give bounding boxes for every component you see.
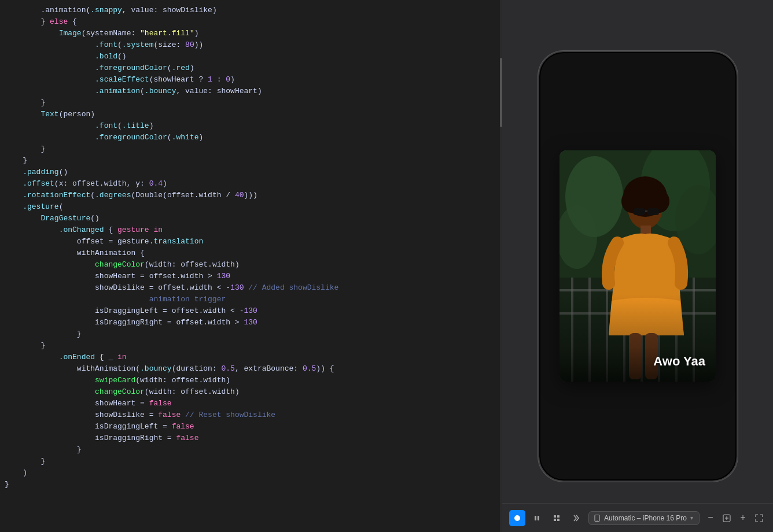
- svg-rect-30: [538, 516, 539, 520]
- zoom-plus-button[interactable]: +: [736, 511, 750, 525]
- zoom-minus-button[interactable]: −: [704, 511, 717, 525]
- code-line: }: [5, 444, 502, 456]
- code-line: isDraggingRight = offset.width > 130: [5, 317, 502, 328]
- code-line: ): [5, 467, 502, 479]
- code-line: .rotationEffect(.degrees(Double(offset.w…: [5, 190, 502, 201]
- code-line: showDislike = offset.width < -130 // Add…: [5, 282, 502, 294]
- code-line: } else {: [5, 16, 502, 28]
- svg-rect-29: [535, 516, 536, 520]
- code-editor: .animation(.snappy, value: showDislike) …: [0, 0, 502, 532]
- code-line: .onEnded { _ in: [5, 352, 502, 363]
- code-line: showHeart = false: [5, 398, 502, 409]
- code-line: .font(.title): [5, 120, 502, 132]
- inspect-button[interactable]: [568, 510, 584, 526]
- code-line: animation trigger: [5, 294, 502, 305]
- run-button[interactable]: [509, 510, 525, 526]
- svg-point-28: [514, 515, 520, 521]
- code-line: Image(systemName: "heart.fill"): [5, 28, 502, 39]
- card-image: Awo Yaa: [559, 150, 716, 382]
- code-line: .animation(.snappy, value: showDislike): [5, 5, 502, 16]
- toolbar-right-icons: − +: [704, 511, 766, 525]
- code-line: }: [5, 456, 502, 467]
- code-line: .gesture(: [5, 201, 502, 213]
- svg-rect-22: [647, 208, 659, 215]
- code-line: .foregroundColor(.white): [5, 132, 502, 143]
- svg-rect-31: [554, 515, 556, 518]
- chevron-down-icon: ▾: [690, 515, 693, 521]
- device-label: Automatic – iPhone 16 Pro: [604, 514, 687, 522]
- code-line: .onChanged { gesture in: [5, 224, 502, 236]
- code-content: .animation(.snappy, value: showDislike) …: [5, 0, 502, 495]
- code-line: }: [5, 143, 502, 155]
- svg-rect-32: [557, 515, 559, 518]
- iphone-icon: [594, 515, 601, 522]
- svg-rect-33: [554, 519, 556, 521]
- card-person-name: Awo Yaa: [653, 354, 705, 369]
- code-line: }: [5, 97, 502, 109]
- iphone-frame: Awo Yaa: [538, 51, 738, 482]
- code-line: DragGesture(): [5, 213, 502, 224]
- bottom-toolbar: Automatic – iPhone 16 Pro ▾ − +: [502, 503, 773, 532]
- zoom-fit-icon: [755, 514, 763, 522]
- code-line: changeColor(width: offset.width): [5, 259, 502, 271]
- code-line: showDislike = false // Reset showDislike: [5, 409, 502, 421]
- device-selector[interactable]: Automatic – iPhone 16 Pro ▾: [588, 511, 700, 525]
- code-line: .offset(x: offset.width, y: 0.4): [5, 178, 502, 190]
- code-line: showHeart = offset.width > 130: [5, 271, 502, 282]
- code-line: isDraggingLeft = false: [5, 421, 502, 433]
- code-line: .foregroundColor(.red): [5, 62, 502, 74]
- zoom-fit-button[interactable]: [752, 511, 766, 525]
- code-line: }: [5, 340, 502, 352]
- code-line: .animation(.bouncy, value: showHeart): [5, 86, 502, 97]
- svg-point-20: [629, 177, 661, 202]
- code-line: }: [5, 328, 502, 340]
- svg-rect-21: [634, 208, 645, 215]
- code-line: }: [5, 479, 502, 490]
- pause-button[interactable]: [529, 510, 545, 526]
- card-preview: Awo Yaa: [559, 150, 716, 382]
- zoom-reset-icon: [723, 514, 731, 522]
- preview-panel: Awo Yaa: [502, 0, 773, 532]
- code-line: changeColor(width: offset.width): [5, 386, 502, 398]
- svg-rect-34: [557, 519, 559, 521]
- code-line: Text(person): [5, 109, 502, 120]
- code-line: }: [5, 155, 502, 167]
- code-line: .font(.system(size: 80)): [5, 39, 502, 51]
- zoom-reset-button[interactable]: [720, 511, 734, 525]
- code-line: .scaleEffect(showHeart ? 1 : 0): [5, 74, 502, 86]
- code-line: .padding(): [5, 167, 502, 178]
- code-line: .bold(): [5, 51, 502, 62]
- code-line: isDraggingLeft = offset.width < -130: [5, 305, 502, 317]
- toolbar-center[interactable]: Automatic – iPhone 16 Pro ▾: [588, 511, 700, 525]
- code-line: offset = gesture.translation: [5, 236, 502, 247]
- toolbar-left-icons: [509, 510, 584, 526]
- code-line: withAnimation(.bouncy(duration: 0.5, ext…: [5, 363, 502, 375]
- code-line: isDraggingRight = false: [5, 433, 502, 444]
- code-line: withAnimation {: [5, 247, 502, 259]
- grid-button[interactable]: [549, 510, 565, 526]
- code-line: swipeCard(width: offset.width): [5, 375, 502, 386]
